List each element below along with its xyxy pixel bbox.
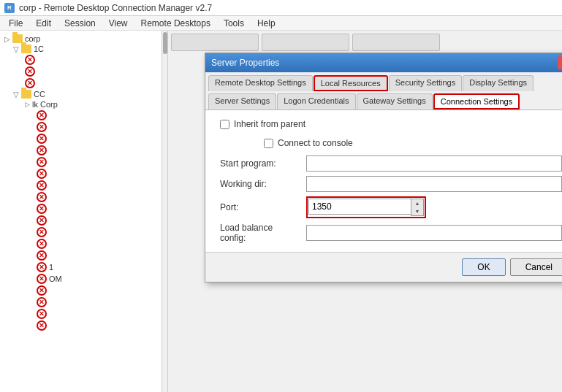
menu-session[interactable]: Session bbox=[58, 17, 102, 30]
cancel-button[interactable]: Cancel bbox=[510, 258, 562, 276]
list-item[interactable]: ✕OM bbox=[1, 273, 159, 285]
bg-toolbar bbox=[168, 31, 562, 54]
list-item[interactable]: ✕ bbox=[1, 250, 159, 261]
scrollbar-thumb[interactable] bbox=[163, 32, 167, 54]
menu-edit[interactable]: Edit bbox=[30, 17, 57, 30]
list-item[interactable]: ✕ bbox=[1, 156, 159, 168]
list-item[interactable]: ✕ bbox=[1, 308, 159, 320]
sidebar: ▷ corp ▽ 1C ✕ ✕ ✕ ▽ bbox=[0, 31, 168, 392]
menu-view[interactable]: View bbox=[103, 17, 134, 30]
error-icon: ✕ bbox=[37, 227, 47, 237]
port-label: Port: bbox=[220, 202, 300, 212]
error-icon: ✕ bbox=[37, 204, 47, 214]
working-dir-label: Working dir: bbox=[220, 179, 300, 189]
list-item[interactable]: ✕ bbox=[1, 191, 159, 203]
port-spin-down[interactable]: ▼ bbox=[411, 207, 423, 215]
form-fields: Start program: Working dir: Port: 1350 ▲… bbox=[220, 155, 562, 243]
error-icon: ✕ bbox=[37, 320, 47, 331]
error-icon: ✕ bbox=[37, 274, 47, 284]
menu-file[interactable]: File bbox=[3, 17, 29, 30]
window-title: corp - Remote Desktop Connection Manager… bbox=[19, 3, 212, 13]
list-item[interactable]: ✕ bbox=[1, 296, 159, 308]
bg-btn-3 bbox=[352, 34, 440, 51]
list-item[interactable]: ✕ bbox=[1, 54, 159, 66]
list-item[interactable]: ✕ bbox=[1, 180, 159, 191]
tab-remote-desktop-settings[interactable]: Remote Desktop Settings bbox=[208, 75, 313, 91]
list-item[interactable]: ✕ bbox=[1, 226, 159, 238]
dialog-body: Inherit from parent Connect to console S… bbox=[205, 110, 562, 252]
folder-icon-1c bbox=[21, 45, 31, 53]
tab-local-resources[interactable]: Local Resources bbox=[314, 75, 388, 91]
port-field-wrapper: 1350 ▲ ▼ bbox=[306, 196, 562, 218]
list-item[interactable]: ✕ bbox=[1, 320, 159, 331]
error-icon: ✕ bbox=[37, 180, 47, 191]
error-icon: ✕ bbox=[37, 157, 47, 167]
tab-connection-settings[interactable]: Connection Settings bbox=[433, 93, 520, 109]
title-bar: R corp - Remote Desktop Connection Manag… bbox=[0, 0, 562, 16]
tab-strip: Remote Desktop Settings Local Resources … bbox=[205, 72, 562, 110]
menu-help[interactable]: Help bbox=[251, 17, 281, 30]
list-item[interactable]: ✕ bbox=[1, 168, 159, 180]
error-icon: ✕ bbox=[37, 110, 47, 120]
tab-gateway-settings[interactable]: Gateway Settings bbox=[357, 93, 433, 109]
inherit-checkbox[interactable] bbox=[220, 120, 229, 129]
inherit-row: Inherit from parent bbox=[220, 119, 562, 129]
tab-display-settings[interactable]: Display Settings bbox=[463, 75, 533, 91]
tab-logon-credentials[interactable]: Logon Credentials bbox=[277, 93, 355, 109]
error-icon: ✕ bbox=[37, 169, 47, 179]
bg-btn-2 bbox=[262, 34, 349, 51]
list-item[interactable]: ✕ bbox=[1, 133, 159, 145]
port-spinner-wrapper: 1350 ▲ ▼ bbox=[306, 196, 426, 218]
list-item[interactable]: ✕ bbox=[1, 109, 159, 121]
dialog-title-bar: Server Properties ✕ bbox=[205, 53, 562, 72]
error-icon: ✕ bbox=[37, 239, 47, 249]
server-properties-dialog: Server Properties ✕ Remote Desktop Setti… bbox=[205, 53, 562, 283]
port-spinner: ▲ ▼ bbox=[411, 199, 424, 216]
start-program-label: Start program: bbox=[220, 158, 300, 169]
right-area: Server Properties ✕ Remote Desktop Setti… bbox=[168, 31, 562, 392]
tree-item-cc[interactable]: ▽ CC bbox=[1, 89, 159, 99]
connect-console-row: Connect to console bbox=[264, 138, 562, 148]
error-icon: ✕ bbox=[37, 122, 47, 132]
tree-item-1c[interactable]: ▽ 1C bbox=[1, 44, 159, 54]
list-item[interactable]: ✕ bbox=[1, 203, 159, 215]
main-content: ▷ corp ▽ 1C ✕ ✕ ✕ ▽ bbox=[0, 31, 562, 392]
tab-server-settings[interactable]: Server Settings bbox=[208, 93, 276, 109]
list-item[interactable]: ✕ bbox=[1, 121, 159, 133]
connect-console-checkbox[interactable] bbox=[264, 139, 273, 148]
list-item[interactable]: ✕ bbox=[1, 145, 159, 156]
error-icon: ✕ bbox=[37, 215, 47, 226]
working-dir-input[interactable] bbox=[306, 176, 562, 192]
tab-security-settings[interactable]: Security Settings bbox=[389, 75, 463, 91]
list-item[interactable]: ✕1 bbox=[1, 261, 159, 273]
sidebar-scrollbar[interactable] bbox=[162, 31, 167, 392]
dialog-title: Server Properties bbox=[211, 58, 279, 68]
app-icon: R bbox=[4, 3, 15, 13]
error-icon: ✕ bbox=[37, 309, 47, 319]
dialog-footer: OK Cancel bbox=[205, 252, 562, 282]
connect-console-label: Connect to console bbox=[278, 138, 353, 148]
load-balance-input[interactable] bbox=[306, 225, 562, 241]
ok-button[interactable]: OK bbox=[462, 258, 505, 276]
folder-icon-cc bbox=[21, 90, 31, 99]
error-icon: ✕ bbox=[25, 78, 35, 88]
menu-tools[interactable]: Tools bbox=[218, 17, 250, 30]
error-icon: ✕ bbox=[37, 262, 47, 272]
menu-bar: File Edit Session View Remote Desktops T… bbox=[0, 16, 562, 31]
list-item[interactable]: ✕ bbox=[1, 215, 159, 226]
error-icon: ✕ bbox=[37, 285, 47, 296]
error-icon: ✕ bbox=[25, 66, 35, 77]
port-input[interactable]: 1350 bbox=[308, 199, 411, 215]
error-icon: ✕ bbox=[25, 55, 35, 65]
list-item[interactable]: ✕ bbox=[1, 238, 159, 250]
tree-item-lkcorp[interactable]: ▷ lk Corp bbox=[1, 99, 159, 109]
port-spin-up[interactable]: ▲ bbox=[411, 199, 423, 207]
error-icon: ✕ bbox=[37, 192, 47, 202]
error-icon: ✕ bbox=[37, 250, 47, 261]
dialog-close-button[interactable]: ✕ bbox=[558, 56, 562, 69]
error-icon: ✕ bbox=[37, 145, 47, 155]
list-item[interactable]: ✕ bbox=[1, 66, 159, 77]
start-program-input[interactable] bbox=[306, 155, 562, 172]
list-item[interactable]: ✕ bbox=[1, 285, 159, 296]
menu-remote-desktops[interactable]: Remote Desktops bbox=[135, 17, 216, 30]
